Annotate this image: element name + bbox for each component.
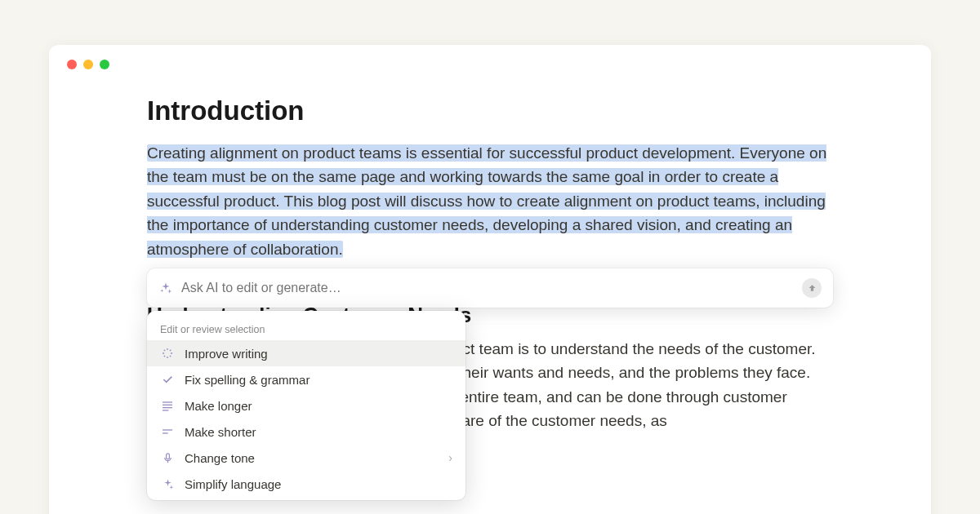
window-traffic-lights — [49, 45, 931, 69]
menu-item-label: Change tone — [185, 451, 439, 465]
lines-long-icon — [160, 398, 175, 413]
close-window-button[interactable] — [67, 60, 77, 69]
menu-item-change-tone[interactable]: Change tone › — [147, 445, 466, 471]
svg-rect-6 — [166, 453, 169, 459]
submit-button[interactable] — [802, 278, 822, 298]
check-icon — [160, 372, 175, 387]
maximize-window-button[interactable] — [100, 60, 109, 69]
document-content: Introduction Creating alignment on produ… — [49, 69, 931, 261]
app-window: Introduction Creating alignment on produ… — [49, 45, 931, 514]
minimize-window-button[interactable] — [83, 60, 93, 69]
menu-item-label: Make shorter — [185, 425, 452, 439]
menu-item-make-longer[interactable]: Make longer — [147, 392, 466, 419]
sparkle-icon — [160, 476, 175, 491]
menu-item-improve-writing[interactable]: Improve writing — [147, 340, 466, 366]
sparkle-icon — [158, 281, 173, 295]
menu-item-label: Simplify language — [185, 477, 452, 491]
menu-item-label: Make longer — [185, 399, 452, 413]
ai-actions-menu: Edit or review selection Improve writing… — [147, 311, 466, 500]
menu-section-header: Edit or review selection — [147, 317, 466, 340]
menu-item-simplify-language[interactable]: Simplify language — [147, 471, 466, 497]
menu-item-fix-spelling[interactable]: Fix spelling & grammar — [147, 366, 466, 392]
menu-item-label: Improve writing — [185, 347, 452, 361]
ai-prompt-bar[interactable] — [147, 268, 833, 308]
microphone-icon — [160, 450, 175, 465]
sparkle-burst-icon — [160, 346, 175, 361]
menu-item-make-shorter[interactable]: Make shorter — [147, 419, 466, 445]
ai-prompt-input[interactable] — [181, 281, 794, 295]
document-paragraph[interactable]: Creating alignment on product teams is e… — [147, 141, 833, 261]
lines-short-icon — [160, 424, 175, 439]
selected-text[interactable]: Creating alignment on product teams is e… — [147, 144, 826, 258]
chevron-right-icon: › — [448, 451, 452, 464]
document-title[interactable]: Introduction — [147, 95, 833, 126]
menu-item-label: Fix spelling & grammar — [185, 373, 452, 387]
